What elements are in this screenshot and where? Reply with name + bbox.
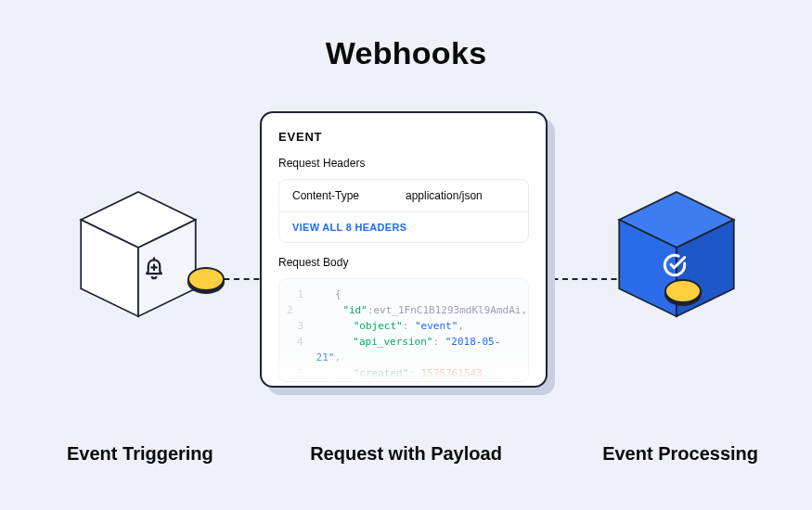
code-box: 1 {2 "id":evt_1FnC1B1293mdKl9AmdAi,3 "ob… [278, 278, 529, 382]
bell-plus-icon [140, 256, 168, 284]
header-row: Content-Type application/json [279, 180, 528, 212]
check-circle-icon [660, 250, 690, 280]
caption-right: Event Processing [602, 443, 758, 465]
coin-icon [664, 279, 702, 303]
view-all-headers[interactable]: VIEW ALL 8 HEADERS [279, 212, 528, 242]
page-title: Webhooks [0, 35, 812, 71]
event-card: EVENT Request Headers Content-Type appli… [260, 111, 548, 388]
coin-icon [187, 267, 225, 291]
headers-box: Content-Type application/json VIEW ALL 8… [278, 179, 529, 243]
header-name: Content-Type [292, 189, 376, 202]
request-headers-label: Request Headers [278, 157, 529, 170]
request-body-label: Request Body [278, 256, 529, 269]
source-cube [69, 185, 208, 325]
event-heading: EVENT [278, 130, 529, 144]
header-value: application/json [406, 189, 483, 202]
